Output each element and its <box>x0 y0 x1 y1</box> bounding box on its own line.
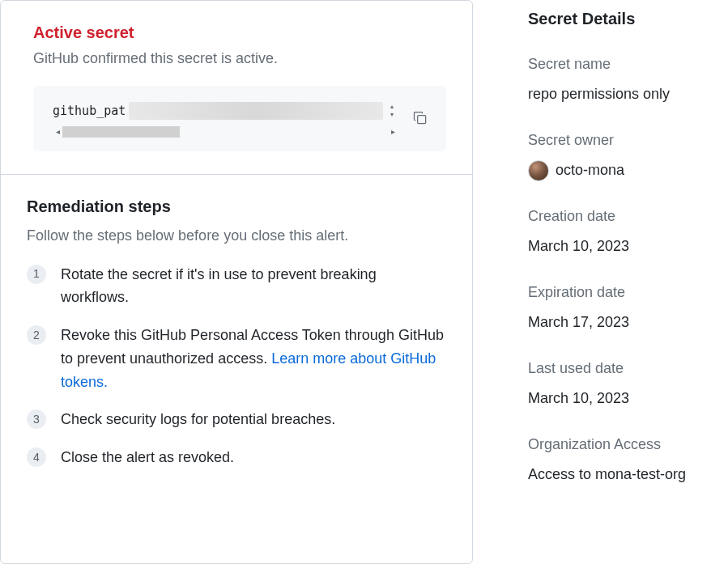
detail-label: Expiration date <box>528 282 728 303</box>
detail-value: Access to mona-test-org <box>528 464 728 486</box>
remediation-title: Remediation steps <box>27 194 446 218</box>
stepper-up-icon[interactable]: ▴ <box>386 103 398 111</box>
horizontal-scrollbar[interactable]: ◂ ▸ <box>53 125 398 138</box>
main-panel: Active secret GitHub confirmed this secr… <box>0 0 473 564</box>
step-number: 1 <box>27 265 46 284</box>
detail-secret-owner: Secret owner octo-mona <box>528 129 728 181</box>
detail-org-access: Organization Access Access to mona-test-… <box>528 434 728 486</box>
stepper-down-icon[interactable]: ▾ <box>386 111 398 119</box>
step-item: 1 Rotate the secret if it's in use to pr… <box>27 263 446 310</box>
secret-prefix: github_pat <box>53 102 126 121</box>
secret-stepper[interactable]: ▴ ▾ <box>386 103 398 119</box>
secret-box: github_pat ▴ ▾ ◂ ▸ <box>33 86 446 151</box>
detail-value: March 10, 2023 <box>528 235 728 257</box>
detail-label: Organization Access <box>528 434 728 456</box>
alert-subtitle: GitHub confirmed this secret is active. <box>33 48 446 70</box>
step-item: 3 Check security logs for potential brea… <box>27 408 446 431</box>
scroll-left-icon[interactable]: ◂ <box>53 125 62 138</box>
detail-value: March 10, 2023 <box>528 388 728 409</box>
sidebar: Secret Details Secret name repo permissi… <box>473 0 728 564</box>
step-item: 4 Close the alert as revoked. <box>27 446 446 469</box>
remediation-subtitle: Follow the steps below before you close … <box>27 225 446 247</box>
detail-expiration-date: Expiration date March 17, 2023 <box>528 282 728 333</box>
sidebar-title: Secret Details <box>528 6 728 31</box>
detail-value: March 17, 2023 <box>528 312 728 333</box>
alert-section: Active secret GitHub confirmed this secr… <box>1 1 472 175</box>
step-number: 3 <box>27 409 46 429</box>
owner-name: octo-mona <box>556 159 624 181</box>
detail-label: Creation date <box>528 206 728 227</box>
scroll-thumb[interactable] <box>62 126 180 138</box>
detail-label: Secret name <box>528 53 728 75</box>
remediation-section: Remediation steps Follow the steps below… <box>1 175 472 504</box>
detail-label: Last used date <box>528 358 728 380</box>
copy-button[interactable] <box>407 105 433 131</box>
step-number: 2 <box>27 325 46 345</box>
avatar <box>528 160 549 181</box>
scroll-right-icon[interactable]: ▸ <box>388 125 398 138</box>
steps-list: 1 Rotate the secret if it's in use to pr… <box>27 263 446 470</box>
detail-creation-date: Creation date March 10, 2023 <box>528 206 728 257</box>
detail-label: Secret owner <box>528 129 728 151</box>
step-number: 4 <box>27 447 46 467</box>
detail-value: repo permissions only <box>528 83 728 105</box>
copy-icon <box>412 110 428 126</box>
detail-secret-name: Secret name repo permissions only <box>528 53 728 105</box>
step-text: Rotate the secret if it's in use to prev… <box>61 263 446 310</box>
step-text: Close the alert as revoked. <box>61 446 234 469</box>
step-text: Check security logs for potential breach… <box>61 408 335 431</box>
step-text: Revoke this GitHub Personal Access Token… <box>61 324 446 393</box>
alert-title: Active secret <box>33 20 446 45</box>
secret-masked <box>129 102 383 120</box>
svg-rect-0 <box>418 116 426 124</box>
scroll-track[interactable] <box>62 126 388 138</box>
step-item: 2 Revoke this GitHub Personal Access Tok… <box>27 324 446 393</box>
detail-last-used-date: Last used date March 10, 2023 <box>528 358 728 409</box>
